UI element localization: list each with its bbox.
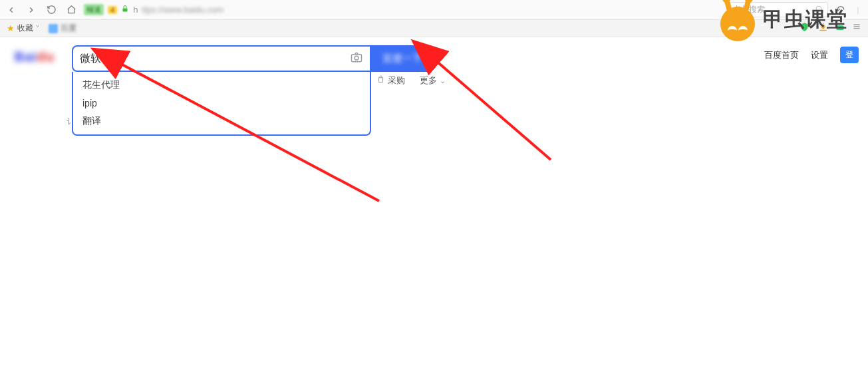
home-button[interactable]: [64, 3, 78, 17]
back-button[interactable]: [4, 3, 19, 17]
separator-icon: |: [852, 4, 864, 16]
lock-icon: [121, 5, 129, 15]
bag-icon: [376, 75, 385, 86]
chevron-down-icon: ˅: [36, 25, 39, 32]
camera-icon[interactable]: [350, 51, 363, 67]
link-home[interactable]: 百度首页: [764, 49, 799, 61]
search-button[interactable]: 百度一下: [370, 45, 434, 72]
svg-rect-0: [123, 9, 128, 12]
star-icon: ★: [7, 23, 15, 33]
chevron-down-icon: ⌄: [440, 77, 446, 85]
badge-number: 4: [108, 6, 117, 14]
search-suggestions: 花生代理 ipip 翻译: [72, 72, 371, 136]
tab-more-label: 更多: [420, 75, 437, 87]
search-button-label: 百度一下: [382, 53, 422, 64]
search-row: Baidu 百度一下 花生代理 ipip 翻译: [7, 45, 434, 72]
search-box: [72, 45, 371, 72]
tab-more[interactable]: 更多 ⌄: [420, 75, 446, 87]
logo-right: du: [37, 49, 55, 64]
bookmark-label: 百度: [61, 23, 76, 34]
suggestion-item[interactable]: ipip: [73, 94, 370, 112]
favicon-icon: [49, 24, 58, 33]
menu-icon[interactable]: [852, 22, 861, 35]
tab-purchase-label: 采购: [388, 75, 405, 87]
watermark-mascot-icon: [719, 0, 756, 41]
speed-badge: 極速: [84, 4, 104, 15]
svg-line-11: [435, 60, 551, 160]
page-top-links: 百度首页 设置 登: [764, 40, 868, 63]
address-bar[interactable]: 極速 4 https://www.baidu.com: [84, 4, 223, 15]
login-button[interactable]: 登: [840, 47, 859, 63]
reload-button[interactable]: [44, 3, 59, 17]
tab-purchase[interactable]: 采购: [376, 75, 405, 87]
favorites-button[interactable]: ★ 收藏 ˅: [7, 23, 39, 34]
favorites-label: 收藏: [17, 23, 33, 34]
logo-left: Bai: [15, 49, 37, 64]
suggestion-item[interactable]: 翻译: [73, 112, 370, 130]
url-text: ttps://www.baidu.com: [142, 5, 223, 15]
suggestion-item[interactable]: 花生代理: [73, 76, 370, 94]
svg-rect-7: [352, 54, 362, 61]
svg-point-8: [355, 56, 359, 60]
search-wrap: 百度一下 花生代理 ipip 翻译: [72, 45, 434, 72]
url-prefix: h: [133, 5, 138, 15]
nav-tabs: 采购 更多 ⌄: [376, 75, 446, 87]
search-input[interactable]: [80, 53, 350, 65]
link-settings[interactable]: 设置: [811, 49, 828, 61]
watermark-text: 甲虫课堂: [763, 6, 848, 33]
forward-button[interactable]: [24, 3, 39, 17]
watermark-overlay: 甲虫课堂: [719, 0, 848, 41]
bookmark-item-1[interactable]: 百度: [49, 23, 76, 34]
site-logo[interactable]: Baidu: [7, 45, 63, 68]
